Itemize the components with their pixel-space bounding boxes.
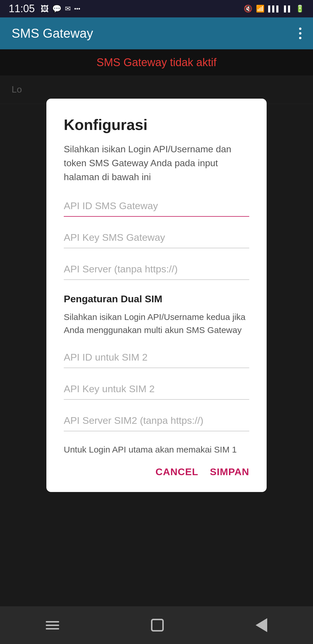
email-icon: ✉ — [65, 5, 71, 13]
status-bar-left: 11:05 🖼 💬 ✉ ••• — [9, 3, 80, 15]
status-banner: SMS Gateway tidak aktif — [0, 49, 313, 75]
menu-dot-3 — [299, 37, 301, 39]
image-icon: 🖼 — [41, 4, 49, 14]
app-title: SMS Gateway — [12, 26, 93, 41]
dual-sim-description: Silahkan isikan Login API/Username kedua… — [64, 310, 249, 337]
save-button[interactable]: SIMPAN — [210, 466, 249, 477]
more-icon: ••• — [74, 6, 80, 12]
hamburger-line-1 — [46, 621, 59, 623]
home-square-icon — [151, 619, 164, 632]
whatsapp-icon: 💬 — [52, 4, 61, 13]
hamburger-line-2 — [46, 625, 59, 626]
nav-back-button[interactable] — [256, 618, 267, 632]
back-arrow-icon — [256, 618, 267, 632]
menu-dot-1 — [299, 28, 301, 30]
status-bar: 11:05 🖼 💬 ✉ ••• 🔇 📶 ▌▌▌ ▌▌ 🔋 — [0, 0, 313, 17]
menu-dot-2 — [299, 32, 301, 35]
dialog-actions: CANCEL SIMPAN — [64, 466, 249, 477]
hamburger-icon — [46, 621, 59, 629]
dialog-description: Silahkan isikan Login API/Username dan t… — [64, 142, 249, 184]
signal1-icon: ▌▌▌ — [268, 6, 281, 12]
dual-sim-section-title: Pengaturan Dual SIM — [64, 293, 249, 305]
cancel-button[interactable]: CANCEL — [156, 466, 199, 477]
dialog-overlay: Konfigurasi Silahkan isikan Login API/Us… — [0, 75, 313, 644]
dialog-title: Konfigurasi — [64, 116, 249, 133]
mute-icon: 🔇 — [244, 5, 252, 13]
nav-home-button[interactable] — [151, 619, 164, 632]
footer-note: Untuk Login API utama akan memakai SIM 1 — [64, 445, 249, 455]
status-icons-right: 🔇 📶 ▌▌▌ ▌▌ 🔋 — [244, 5, 304, 13]
api-server-sim2-input[interactable] — [64, 410, 249, 431]
app-bar: SMS Gateway — [0, 17, 313, 49]
status-icons-left: 🖼 💬 ✉ ••• — [41, 4, 80, 14]
api-server-input[interactable] — [64, 259, 249, 280]
navigation-bar — [0, 606, 313, 644]
status-banner-text: SMS Gateway tidak aktif — [97, 56, 216, 69]
api-id-input[interactable] — [64, 196, 249, 217]
wifi-icon: 📶 — [256, 5, 265, 13]
signal2-icon: ▌▌ — [284, 6, 292, 12]
hamburger-line-3 — [46, 628, 59, 629]
overflow-menu-button[interactable] — [299, 28, 301, 39]
nav-menu-button[interactable] — [46, 621, 59, 629]
api-id-sim2-input[interactable] — [64, 347, 249, 368]
api-key-input[interactable] — [64, 227, 249, 248]
battery-icon: 🔋 — [296, 5, 304, 13]
status-time: 11:05 — [9, 3, 35, 15]
api-key-sim2-input[interactable] — [64, 379, 249, 400]
configuration-dialog: Konfigurasi Silahkan isikan Login API/Us… — [46, 99, 267, 492]
